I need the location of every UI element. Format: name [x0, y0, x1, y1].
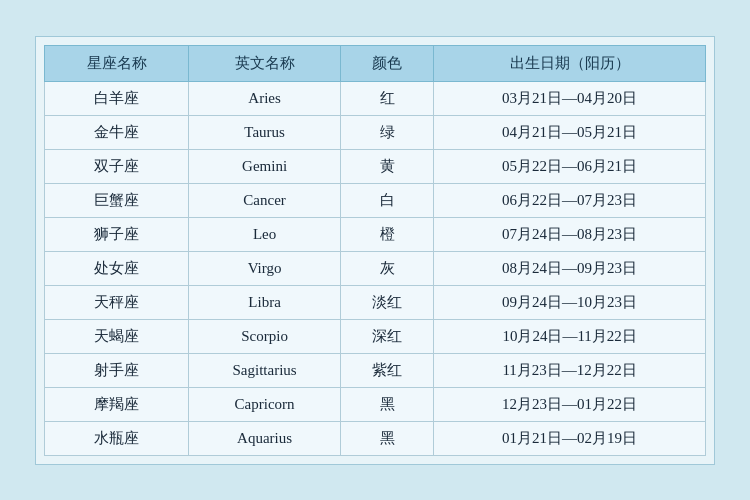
- table-row: 狮子座Leo橙07月24日—08月23日: [45, 217, 706, 251]
- cell-chinese: 天蝎座: [45, 319, 189, 353]
- cell-color: 深红: [340, 319, 433, 353]
- zodiac-table-container: 星座名称 英文名称 颜色 出生日期（阳历） 白羊座Aries红03月21日—04…: [35, 36, 715, 465]
- cell-english: Capricorn: [189, 387, 340, 421]
- cell-english: Cancer: [189, 183, 340, 217]
- cell-dates: 09月24日—10月23日: [434, 285, 706, 319]
- cell-color: 紫红: [340, 353, 433, 387]
- cell-color: 灰: [340, 251, 433, 285]
- table-row: 射手座Sagittarius紫红11月23日—12月22日: [45, 353, 706, 387]
- cell-color: 黑: [340, 387, 433, 421]
- cell-chinese: 巨蟹座: [45, 183, 189, 217]
- table-row: 处女座Virgo灰08月24日—09月23日: [45, 251, 706, 285]
- table-row: 天蝎座Scorpio深红10月24日—11月22日: [45, 319, 706, 353]
- table-row: 白羊座Aries红03月21日—04月20日: [45, 81, 706, 115]
- cell-dates: 07月24日—08月23日: [434, 217, 706, 251]
- cell-color: 绿: [340, 115, 433, 149]
- cell-dates: 03月21日—04月20日: [434, 81, 706, 115]
- cell-chinese: 摩羯座: [45, 387, 189, 421]
- cell-color: 白: [340, 183, 433, 217]
- cell-chinese: 处女座: [45, 251, 189, 285]
- table-row: 双子座Gemini黄05月22日—06月21日: [45, 149, 706, 183]
- cell-dates: 04月21日—05月21日: [434, 115, 706, 149]
- cell-english: Aquarius: [189, 421, 340, 455]
- cell-english: Aries: [189, 81, 340, 115]
- cell-color: 黄: [340, 149, 433, 183]
- cell-color: 红: [340, 81, 433, 115]
- cell-chinese: 天秤座: [45, 285, 189, 319]
- cell-dates: 12月23日—01月22日: [434, 387, 706, 421]
- cell-chinese: 狮子座: [45, 217, 189, 251]
- cell-dates: 01月21日—02月19日: [434, 421, 706, 455]
- table-body: 白羊座Aries红03月21日—04月20日金牛座Taurus绿04月21日—0…: [45, 81, 706, 455]
- cell-color: 黑: [340, 421, 433, 455]
- cell-dates: 06月22日—07月23日: [434, 183, 706, 217]
- cell-english: Taurus: [189, 115, 340, 149]
- cell-color: 橙: [340, 217, 433, 251]
- zodiac-table: 星座名称 英文名称 颜色 出生日期（阳历） 白羊座Aries红03月21日—04…: [44, 45, 706, 456]
- cell-english: Scorpio: [189, 319, 340, 353]
- cell-chinese: 金牛座: [45, 115, 189, 149]
- cell-chinese: 射手座: [45, 353, 189, 387]
- cell-chinese: 双子座: [45, 149, 189, 183]
- col-header-dates: 出生日期（阳历）: [434, 45, 706, 81]
- cell-english: Leo: [189, 217, 340, 251]
- cell-dates: 08月24日—09月23日: [434, 251, 706, 285]
- table-header-row: 星座名称 英文名称 颜色 出生日期（阳历）: [45, 45, 706, 81]
- cell-english: Gemini: [189, 149, 340, 183]
- table-row: 金牛座Taurus绿04月21日—05月21日: [45, 115, 706, 149]
- cell-english: Libra: [189, 285, 340, 319]
- cell-chinese: 白羊座: [45, 81, 189, 115]
- cell-color: 淡红: [340, 285, 433, 319]
- col-header-chinese: 星座名称: [45, 45, 189, 81]
- table-row: 摩羯座Capricorn黑12月23日—01月22日: [45, 387, 706, 421]
- cell-dates: 10月24日—11月22日: [434, 319, 706, 353]
- cell-english: Sagittarius: [189, 353, 340, 387]
- table-row: 天秤座Libra淡红09月24日—10月23日: [45, 285, 706, 319]
- col-header-color: 颜色: [340, 45, 433, 81]
- table-row: 巨蟹座Cancer白06月22日—07月23日: [45, 183, 706, 217]
- col-header-english: 英文名称: [189, 45, 340, 81]
- cell-english: Virgo: [189, 251, 340, 285]
- cell-dates: 11月23日—12月22日: [434, 353, 706, 387]
- cell-dates: 05月22日—06月21日: [434, 149, 706, 183]
- table-row: 水瓶座Aquarius黑01月21日—02月19日: [45, 421, 706, 455]
- cell-chinese: 水瓶座: [45, 421, 189, 455]
